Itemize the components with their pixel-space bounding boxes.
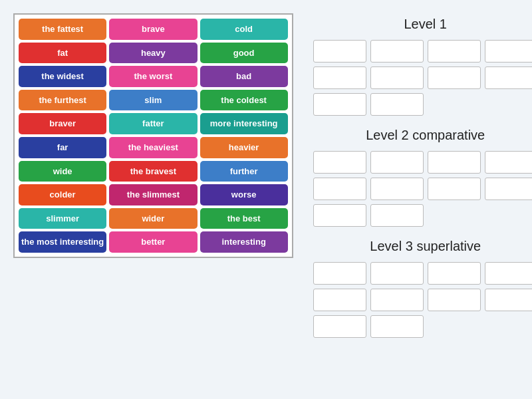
drop-box[interactable]: [370, 289, 424, 311]
drop-box[interactable]: [428, 66, 481, 89]
word-card[interactable]: the most interesting: [19, 231, 106, 253]
drop-row: [313, 66, 532, 89]
drop-box[interactable]: [313, 178, 366, 200]
word-card[interactable]: cold: [200, 19, 288, 40]
drop-box[interactable]: [370, 151, 424, 174]
word-card[interactable]: fatter: [109, 113, 197, 134]
drop-box[interactable]: [370, 93, 424, 116]
drop-box[interactable]: [370, 178, 424, 200]
drop-row: [313, 178, 532, 200]
drop-box[interactable]: [485, 66, 532, 89]
drop-box[interactable]: [313, 66, 366, 89]
word-card[interactable]: the fattest: [19, 19, 106, 40]
drop-row: [313, 262, 532, 285]
word-card[interactable]: the worst: [109, 66, 197, 87]
drop-box[interactable]: [370, 66, 424, 89]
word-card[interactable]: the heaviest: [109, 137, 197, 158]
drop-box[interactable]: [428, 40, 481, 63]
word-card[interactable]: more interesting: [200, 113, 288, 134]
drop-box[interactable]: [313, 262, 366, 285]
word-card[interactable]: wide: [19, 161, 106, 182]
drop-box[interactable]: [485, 262, 532, 285]
word-card[interactable]: the slimmest: [109, 184, 197, 205]
drop-box[interactable]: [370, 262, 424, 285]
drop-box[interactable]: [313, 151, 366, 174]
word-card[interactable]: interesting: [200, 231, 288, 253]
level-title-2: Level 2 comparative: [366, 128, 485, 143]
drop-box[interactable]: [313, 204, 366, 227]
word-card[interactable]: the widest: [19, 66, 106, 87]
word-card[interactable]: wider: [109, 208, 197, 229]
drop-row: [313, 204, 424, 227]
drop-box[interactable]: [370, 315, 424, 338]
drop-box[interactable]: [485, 178, 532, 200]
word-card[interactable]: better: [109, 231, 197, 253]
word-card[interactable]: good: [200, 43, 288, 64]
word-card[interactable]: slim: [109, 90, 197, 111]
level-section-1: Level 1: [313, 17, 532, 116]
word-card[interactable]: worse: [200, 184, 288, 205]
drop-row: [313, 93, 424, 116]
word-card[interactable]: heavier: [200, 137, 288, 158]
drop-row: [313, 151, 532, 174]
word-card[interactable]: brave: [109, 19, 197, 40]
word-card[interactable]: bad: [200, 66, 288, 87]
drop-box[interactable]: [370, 40, 424, 63]
word-grid-container: the fattestbravecoldfatheavygoodthe wide…: [13, 13, 293, 258]
word-card[interactable]: further: [200, 161, 288, 182]
drop-box[interactable]: [485, 289, 532, 311]
drop-box[interactable]: [370, 204, 424, 227]
drop-rows: [313, 262, 532, 338]
drop-box[interactable]: [313, 93, 366, 116]
word-card[interactable]: the coldest: [200, 90, 288, 111]
word-card[interactable]: far: [19, 137, 106, 158]
word-card[interactable]: the bravest: [109, 161, 197, 182]
drop-box[interactable]: [428, 178, 481, 200]
right-panel: Level 1Level 2 comparativeLevel 3 superl…: [313, 13, 532, 338]
level-title-1: Level 1: [404, 17, 448, 32]
word-card[interactable]: colder: [19, 184, 106, 205]
word-card[interactable]: fat: [19, 43, 106, 64]
word-card[interactable]: heavy: [109, 43, 197, 64]
word-card[interactable]: the best: [200, 208, 288, 229]
drop-row: [313, 289, 532, 311]
drop-box[interactable]: [313, 315, 366, 338]
drop-box[interactable]: [313, 40, 366, 63]
drop-box[interactable]: [428, 262, 481, 285]
drop-rows: [313, 151, 532, 227]
drop-box[interactable]: [313, 289, 366, 311]
drop-rows: [313, 40, 532, 116]
word-card[interactable]: slimmer: [19, 208, 106, 229]
word-card[interactable]: braver: [19, 113, 106, 134]
drop-box[interactable]: [485, 151, 532, 174]
word-card[interactable]: the furthest: [19, 90, 106, 111]
level-title-3: Level 3 superlative: [370, 239, 481, 254]
level-section-3: Level 3 superlative: [313, 239, 532, 338]
drop-row: [313, 40, 532, 63]
drop-box[interactable]: [485, 40, 532, 63]
word-grid: the fattestbravecoldfatheavygoodthe wide…: [19, 19, 288, 253]
drop-box[interactable]: [428, 151, 481, 174]
drop-box[interactable]: [428, 289, 481, 311]
level-section-2: Level 2 comparative: [313, 128, 532, 227]
drop-row: [313, 315, 424, 338]
